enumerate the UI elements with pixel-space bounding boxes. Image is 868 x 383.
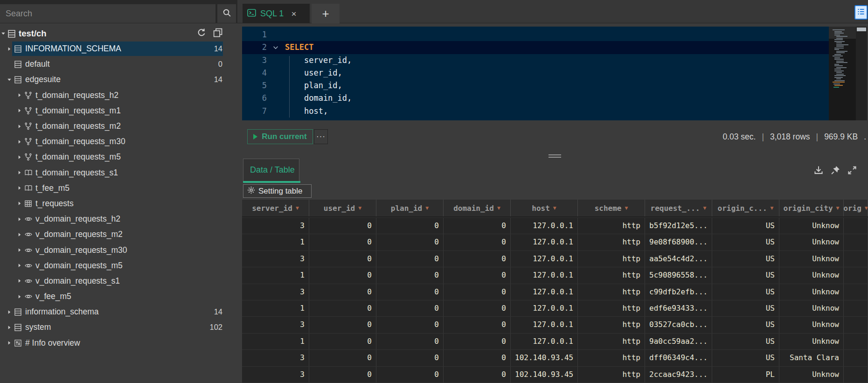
table-cell[interactable]: 0: [376, 300, 444, 316]
chevron-right-icon[interactable]: [15, 294, 24, 299]
chevron-right-icon[interactable]: [5, 46, 14, 52]
tree-item-t-domain-requests-m5[interactable]: t_domain_requests_m5: [0, 149, 236, 165]
close-icon[interactable]: ×: [291, 9, 296, 18]
table-cell[interactable]: aa5e54c4d2...: [645, 251, 712, 267]
table-cell[interactable]: US: [712, 334, 779, 349]
table-cell[interactable]: US: [712, 350, 779, 366]
chevron-right-icon[interactable]: [5, 309, 14, 315]
tree-item-system[interactable]: system102: [0, 320, 236, 335]
editor-line-6[interactable]: 6 domain_id,: [242, 92, 829, 104]
table-cell[interactable]: http: [578, 334, 645, 349]
tree-item-v-fee-m5[interactable]: v_fee_m5: [0, 289, 236, 304]
table-cell[interactable]: 0: [444, 317, 511, 333]
chevron-down-icon[interactable]: [0, 31, 7, 36]
table-cell[interactable]: http: [578, 350, 645, 366]
table-cell[interactable]: 127.0.0.1: [511, 317, 578, 333]
column-header-origin_city[interactable]: origin_city▼: [779, 200, 844, 216]
grid-view-button[interactable]: [854, 5, 868, 20]
tab-data-table[interactable]: Data / Table: [243, 159, 299, 181]
tree-item-t-fee-m5[interactable]: t_fee_m5: [0, 181, 236, 196]
table-cell[interactable]: Unknow: [779, 218, 844, 234]
panel-resize-handle[interactable]: [549, 154, 561, 159]
column-header-host[interactable]: host▼: [511, 200, 578, 216]
new-tab-button[interactable]: +: [312, 4, 340, 23]
chevron-right-icon[interactable]: [5, 340, 14, 346]
editor-line-2[interactable]: 2SELECT: [242, 41, 829, 54]
more-options-button[interactable]: ···: [314, 129, 328, 144]
table-cell[interactable]: [844, 267, 868, 283]
sort-arrow-icon[interactable]: ▼: [865, 206, 868, 210]
tab-sql-1[interactable]: SQL 1 ×: [243, 4, 310, 23]
table-cell[interactable]: 0: [376, 367, 444, 383]
table-cell[interactable]: 0: [444, 367, 511, 383]
chevron-right-icon[interactable]: [15, 232, 24, 237]
table-cell[interactable]: [844, 284, 868, 300]
chevron-down-icon[interactable]: [5, 77, 14, 83]
table-cell[interactable]: US: [712, 267, 779, 283]
table-cell[interactable]: 0: [376, 234, 444, 250]
editor-line-7[interactable]: 7 host,: [242, 105, 829, 118]
chevron-right-icon[interactable]: [15, 170, 24, 175]
chevron-right-icon[interactable]: [15, 154, 24, 160]
chevron-right-icon[interactable]: [15, 139, 24, 145]
table-cell[interactable]: 0: [309, 334, 376, 349]
sort-arrow-icon[interactable]: ▼: [425, 206, 429, 210]
tree-item-info-overview[interactable]: # Info overview: [0, 335, 236, 351]
table-cell[interactable]: http: [578, 317, 645, 333]
sort-arrow-icon[interactable]: ▼: [836, 206, 840, 210]
table-cell[interactable]: 127.0.0.1: [511, 284, 578, 300]
table-cell[interactable]: http: [578, 300, 645, 316]
chevron-right-icon[interactable]: [5, 325, 14, 330]
table-cell[interactable]: Unknow: [779, 234, 844, 250]
tree-item-information-schema[interactable]: INFORMATION_SCHEMA14: [0, 41, 236, 56]
table-cell[interactable]: 9e08f68900...: [645, 234, 712, 250]
table-cell[interactable]: 0: [309, 284, 376, 300]
table-cell[interactable]: 1: [242, 267, 309, 283]
table-cell[interactable]: http: [578, 234, 645, 250]
chevron-right-icon[interactable]: [15, 124, 24, 129]
column-header-origin_c[interactable]: origin_c...▼: [712, 200, 779, 216]
table-cell[interactable]: Santa Clara: [779, 350, 844, 366]
editor-minimap[interactable]: [829, 27, 856, 120]
table-cell[interactable]: http: [578, 267, 645, 283]
table-cell[interactable]: 0: [376, 317, 444, 333]
table-cell[interactable]: [844, 218, 868, 234]
sort-arrow-icon[interactable]: ▼: [771, 206, 774, 210]
setting-table-button[interactable]: Setting table: [243, 184, 312, 198]
table-cell[interactable]: http: [578, 218, 645, 234]
tree-item-default[interactable]: default0: [0, 56, 236, 72]
table-cell[interactable]: 0: [309, 267, 376, 283]
table-cell[interactable]: 0: [309, 251, 376, 267]
editor-line-3[interactable]: 3 server_id,: [242, 54, 829, 67]
table-cell[interactable]: [844, 300, 868, 316]
table-cell[interactable]: 0: [376, 218, 444, 234]
table-cell[interactable]: 2ccaac9423...: [645, 367, 712, 383]
table-cell[interactable]: 1: [242, 334, 309, 349]
sql-editor[interactable]: 12SELECT3 server_id,4 user_id,5 plan_id,…: [242, 27, 867, 120]
table-cell[interactable]: http: [578, 284, 645, 300]
table-cell[interactable]: 0: [376, 334, 444, 349]
table-cell[interactable]: 102.140.93.45: [511, 367, 578, 383]
table-cell[interactable]: edf6e93433...: [645, 300, 712, 316]
table-cell[interactable]: 0: [376, 350, 444, 366]
table-cell[interactable]: 0: [444, 284, 511, 300]
table-cell[interactable]: Unknow: [779, 317, 844, 333]
table-cell[interactable]: 03527ca0cb...: [645, 317, 712, 333]
table-cell[interactable]: b5f92d12e5...: [645, 218, 712, 234]
table-cell[interactable]: 3: [242, 251, 309, 267]
table-cell[interactable]: 5c90896558...: [645, 267, 712, 283]
tree-item-v-domain-requests-s1[interactable]: v_domain_requests_s1: [0, 273, 236, 289]
table-cell[interactable]: 3: [242, 350, 309, 366]
tree-item-t-domain-requests-h2[interactable]: t_domain_requests_h2: [0, 88, 236, 103]
table-cell[interactable]: 0: [444, 218, 511, 234]
table-cell[interactable]: 0: [376, 267, 444, 283]
connection-row[interactable]: test/ch: [0, 26, 236, 41]
table-cell[interactable]: 0: [309, 317, 376, 333]
column-header-domain_id[interactable]: domain_id▼: [444, 200, 511, 216]
table-cell[interactable]: 0: [309, 367, 376, 383]
fold-chevron-icon[interactable]: [267, 41, 284, 54]
column-header-scheme[interactable]: scheme▼: [578, 200, 645, 216]
table-cell[interactable]: 127.0.0.1: [511, 334, 578, 349]
chevron-right-icon[interactable]: [15, 247, 24, 253]
table-cell[interactable]: c99dfb2efb...: [645, 284, 712, 300]
